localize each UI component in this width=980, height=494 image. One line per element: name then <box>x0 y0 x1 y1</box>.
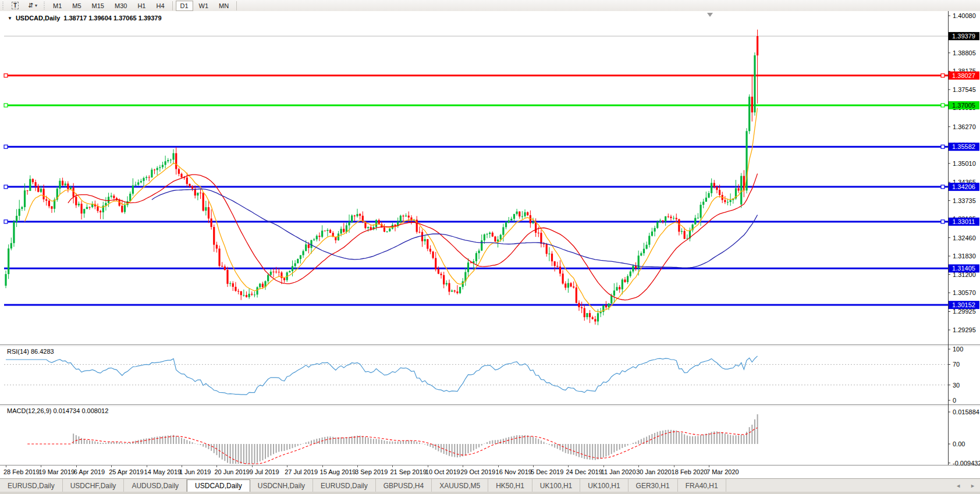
text-label-tool-button[interactable]: T <box>7 1 23 11</box>
date-tick <box>287 465 287 467</box>
chart-svg: 1.400801.394501.388051.381751.375451.369… <box>0 11 980 465</box>
chart-tab-uk100-h1[interactable]: UK100,H1 <box>580 479 628 492</box>
chart-tab-hk50-h1[interactable]: HK50,H1 <box>488 479 532 492</box>
current-price-badge: 1.39379 <box>949 32 979 40</box>
svg-text:1.31830: 1.31830 <box>953 253 976 260</box>
toolbar-grip <box>43 2 46 10</box>
date-tick <box>709 465 709 467</box>
tabbar-spacer <box>726 479 951 492</box>
toolbar-separator <box>172 1 173 10</box>
date-label: 15 Aug 2019 <box>320 468 356 475</box>
date-tick <box>674 465 674 467</box>
timeframe-button-d1[interactable]: D1 <box>176 1 193 11</box>
date-axis[interactable]: 28 Feb 201919 Mar 20196 Apr 201925 Apr 2… <box>0 465 980 478</box>
arrange-tool-button[interactable]: ⇵▾ <box>24 1 41 11</box>
svg-text:1.39379: 1.39379 <box>952 33 975 40</box>
date-tick <box>252 465 253 467</box>
timeframe-button-m15[interactable]: M15 <box>87 1 109 11</box>
price-level-badge: 1.35582 <box>949 143 979 151</box>
svg-text:100: 100 <box>953 346 963 353</box>
price-level-badge: 1.30152 <box>949 301 979 309</box>
date-tick <box>428 465 428 467</box>
date-label: 6 Apr 2019 <box>74 468 105 475</box>
chart-tab-audusd-daily[interactable]: AUDUSD,Daily <box>124 479 187 492</box>
date-tick <box>568 465 569 467</box>
svg-text:30: 30 <box>953 382 960 389</box>
date-label: 20 Jun 2019 <box>214 468 250 475</box>
svg-text:1.35582: 1.35582 <box>952 143 975 150</box>
date-tick <box>638 465 639 467</box>
chart-tab-fra40-h1[interactable]: FRA40,H1 <box>678 479 726 492</box>
chart-tab-usdcnh-daily[interactable]: USDCNH,Daily <box>250 479 313 492</box>
chart-symbol-period: USDCAD,Daily <box>16 15 60 22</box>
timeframe-button-mn[interactable]: MN <box>214 1 233 11</box>
chart-tab-eurusd-daily[interactable]: EURUSD,Daily <box>0 479 63 492</box>
svg-text:-0.009432: -0.009432 <box>953 460 980 465</box>
price-level-badge: 1.33011 <box>949 218 979 226</box>
macd-indicator-label: MACD(12,26,9) 0.014734 0.008012 <box>7 407 108 414</box>
svg-text:1.33735: 1.33735 <box>953 197 976 204</box>
tab-scroll-right-icon[interactable]: ► <box>965 479 980 492</box>
date-tick <box>322 465 323 467</box>
chart-tab-xauusd-m5[interactable]: XAUUSD,M5 <box>432 479 488 492</box>
chart-ohlc-values: 1.38717 1.39604 1.37065 1.39379 <box>63 15 161 22</box>
chart-tab-usdcad-daily[interactable]: USDCAD,Daily <box>187 479 250 492</box>
date-tick <box>392 465 393 467</box>
chart-tab-ger30-h1[interactable]: GER30,H1 <box>629 479 678 492</box>
date-label: 28 Feb 2019 <box>3 468 40 475</box>
svg-text:0: 0 <box>953 397 956 404</box>
svg-text:1.37005: 1.37005 <box>952 102 975 109</box>
tab-scroll-left-icon[interactable]: ◄ <box>951 479 965 492</box>
svg-text:1.32460: 1.32460 <box>953 234 976 241</box>
chart-tab-gbpusd-h4[interactable]: GBPUSD,H4 <box>376 479 432 492</box>
chart-tab-usdchf-daily[interactable]: USDCHF,Daily <box>63 479 125 492</box>
rsi-indicator-label: RSI(14) 86.4283 <box>7 348 54 355</box>
svg-text:0.015884: 0.015884 <box>953 408 979 415</box>
timeframe-button-h4[interactable]: H4 <box>151 1 169 11</box>
svg-text:1.30570: 1.30570 <box>953 289 976 296</box>
timeframe-button-h1[interactable]: H1 <box>133 1 150 11</box>
date-label: 18 Feb 2020 <box>672 468 708 475</box>
timeframe-button-m30[interactable]: M30 <box>110 1 132 11</box>
date-label: 25 Apr 2019 <box>109 468 143 475</box>
svg-text:1.34206: 1.34206 <box>952 183 975 190</box>
svg-text:1.40080: 1.40080 <box>953 12 976 19</box>
date-tick <box>76 465 77 467</box>
date-tick <box>41 465 41 467</box>
date-tick <box>357 465 358 467</box>
toolbar-separator <box>236 1 237 10</box>
date-label: 5 Dec 2019 <box>531 468 563 475</box>
timeframe-button-w1[interactable]: W1 <box>194 1 214 11</box>
date-label: 29 Oct 2019 <box>460 468 495 475</box>
date-tick <box>6 465 6 467</box>
svg-text:1.30152: 1.30152 <box>952 301 975 308</box>
date-label: 3 Sep 2019 <box>355 468 388 475</box>
chart-tab-eurusd-daily[interactable]: EURUSD,Daily <box>313 479 376 492</box>
timeframe-group: M1M5M15M30H1H4D1W1MN <box>48 1 234 11</box>
date-label: 7 Mar 2020 <box>706 468 739 475</box>
price-level-badge: 1.38027 <box>949 72 979 80</box>
mt4-terminal: { "toolbar": { "tools": [ {"name": "text… <box>0 0 980 494</box>
date-label: 9 Jul 2019 <box>250 468 279 475</box>
date-label: 14 May 2019 <box>144 468 182 475</box>
timeframe-button-m5[interactable]: M5 <box>68 1 86 11</box>
date-tick <box>463 465 463 467</box>
date-label: 11 Jan 2020 <box>601 468 636 475</box>
date-label: 10 Oct 2019 <box>425 468 460 475</box>
text-tool-icon: T <box>12 2 19 9</box>
price-level-badge: 1.34206 <box>949 183 979 191</box>
svg-text:0.00: 0.00 <box>953 440 965 447</box>
chart-dropdown-icon[interactable]: ▼ <box>8 16 12 21</box>
svg-text:1.31405: 1.31405 <box>952 265 975 272</box>
arrange-icon: ⇵ <box>28 2 33 9</box>
chart-window: ▼ USDCAD,Daily 1.38717 1.39604 1.37065 1… <box>0 11 980 478</box>
timeframe-button-m1[interactable]: M1 <box>48 1 66 11</box>
date-tick <box>111 465 112 467</box>
chart-tab-uk100-h1[interactable]: UK100,H1 <box>532 479 580 492</box>
date-tick <box>216 465 217 467</box>
chart-title: ▼ USDCAD,Daily 1.38717 1.39604 1.37065 1… <box>8 15 162 22</box>
toolbar-grip <box>2 2 5 10</box>
svg-text:1.38805: 1.38805 <box>953 49 976 56</box>
chart-tab-bar: EURUSD,DailyUSDCHF,DailyAUDUSD,DailyUSDC… <box>0 478 980 492</box>
chart-plot-area[interactable]: 1.400801.394501.388051.381751.375451.369… <box>0 11 980 465</box>
